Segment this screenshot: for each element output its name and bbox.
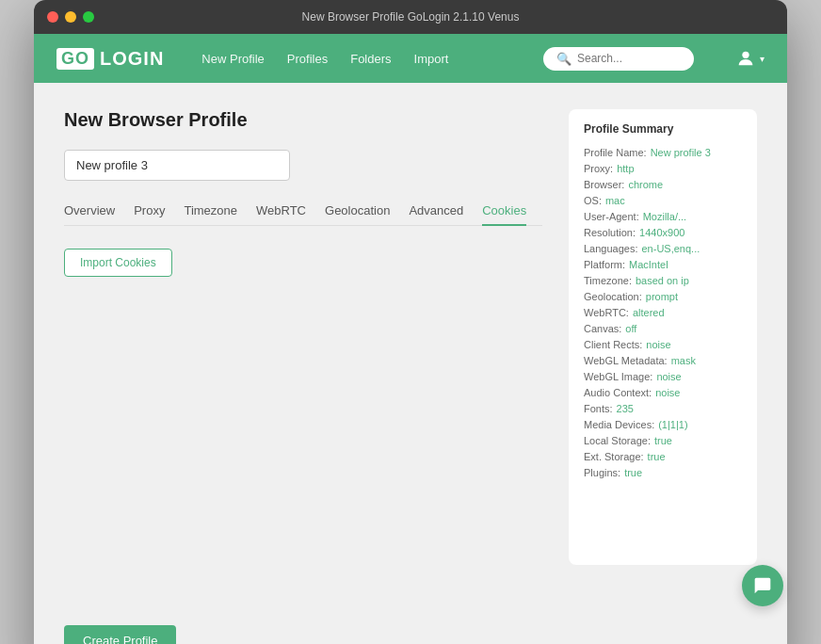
summary-label-ext-storage: Ext. Storage: [584,451,644,462]
summary-value-canvas: off [625,323,636,334]
svg-point-0 [742,52,749,58]
maximize-button[interactable] [83,11,94,23]
summary-row-local-storage: Local Storage: true [584,435,742,446]
summary-value-browser: chrome [628,179,663,190]
summary-title: Profile Summary [584,122,742,136]
tab-cookies[interactable]: Cookies [482,203,526,225]
minimize-button[interactable] [65,11,76,23]
user-icon [735,48,756,69]
content-area: New Browser Profile Overview Proxy Timez… [64,109,542,565]
create-profile-button[interactable]: Create Profile [64,625,176,644]
summary-value-ext-storage: true [648,451,666,462]
logo-go: GO [56,48,94,70]
summary-label-fonts: Fonts: [584,403,613,414]
search-input[interactable] [577,52,681,65]
nav-folders[interactable]: Folders [350,52,391,66]
summary-row-os: OS: mac [584,195,742,206]
summary-value-webgl-meta: mask [671,355,696,366]
summary-row-platform: Platform: MacIntel [584,259,742,270]
tab-overview[interactable]: Overview [64,203,115,225]
summary-value-languages: en-US,enq... [642,243,700,254]
summary-row-resolution: Resolution: 1440x900 [584,227,742,238]
nav-import[interactable]: Import [414,52,449,66]
profile-name-input[interactable] [64,150,290,181]
summary-value-audio: noise [655,387,680,398]
summary-value-geolocation: prompt [646,291,678,302]
summary-label-platform: Platform: [584,259,625,270]
summary-value-plugins: true [624,467,642,478]
tab-geolocation[interactable]: Geolocation [325,203,390,225]
search-bar[interactable]: 🔍 [543,47,694,71]
search-icon: 🔍 [556,52,571,66]
traffic-lights [47,11,94,23]
summary-value-os: mac [605,195,625,206]
summary-row-browser: Browser: chrome [584,179,742,190]
summary-label-client-rects: Client Rects: [584,339,642,350]
summary-value-name: New profile 3 [651,147,711,158]
summary-label-canvas: Canvas: [584,323,621,334]
summary-value-fonts: 235 [617,403,634,414]
page-title: New Browser Profile [64,109,542,131]
summary-row-webrtc: WebRTC: altered [584,307,742,318]
summary-row-proxy: Proxy: http [584,163,742,174]
profile-summary: Profile Summary Profile Name: New profil… [569,109,757,565]
summary-row-plugins: Plugins: true [584,467,742,478]
summary-label-ua: User-Agent: [584,211,639,222]
close-button[interactable] [47,11,58,23]
summary-row-ext-storage: Ext. Storage: true [584,451,742,462]
summary-label-browser: Browser: [584,179,624,190]
summary-label-name: Profile Name: [584,147,647,158]
summary-row-ua: User-Agent: Mozilla/... [584,211,742,222]
summary-value-timezone: based on ip [636,275,689,286]
summary-row-timezone: Timezone: based on ip [584,275,742,286]
summary-label-webgl-image: WebGL Image: [584,371,652,382]
summary-row-geolocation: Geolocation: prompt [584,291,742,302]
tab-proxy[interactable]: Proxy [134,203,165,225]
summary-value-ua: Mozilla/... [643,211,686,222]
summary-row-audio: Audio Context: noise [584,387,742,398]
summary-row-media: Media Devices: (1|1|1) [584,419,742,430]
summary-label-plugins: Plugins: [584,467,620,478]
title-bar: New Browser Profile GoLogin 2.1.10 Venus [34,0,787,34]
summary-label-media: Media Devices: [584,419,654,430]
tab-webrtc[interactable]: WebRTC [256,203,306,225]
summary-row-name: Profile Name: New profile 3 [584,147,742,158]
summary-value-local-storage: true [654,435,672,446]
summary-row-webgl-image: WebGL Image: noise [584,371,742,382]
nav-links: New Profile Profiles Folders Import [201,52,448,66]
app-header: GOLOGIN New Profile Profiles Folders Imp… [34,34,787,83]
app-content: New Browser Profile Overview Proxy Timez… [34,83,787,591]
summary-row-webgl-meta: WebGL Metadata: mask [584,355,742,366]
user-avatar[interactable]: ▾ [735,48,765,69]
summary-value-webrtc: altered [633,307,665,318]
summary-label-audio: Audio Context: [584,387,652,398]
summary-value-webgl-image: noise [656,371,681,382]
summary-label-webrtc: WebRTC: [584,307,629,318]
chat-icon [753,576,772,595]
import-cookies-button[interactable]: Import Cookies [64,249,172,277]
tab-advanced[interactable]: Advanced [409,203,463,225]
summary-label-timezone: Timezone: [584,275,632,286]
summary-label-geolocation: Geolocation: [584,291,642,302]
logo[interactable]: GOLOGIN [56,48,164,70]
chat-button[interactable] [742,565,783,606]
summary-value-client-rects: noise [646,339,670,350]
logo-login: LOGIN [100,48,164,70]
tabs: Overview Proxy Timezone WebRTC Geolocati… [64,203,542,226]
summary-label-resolution: Resolution: [584,227,636,238]
nav-profiles[interactable]: Profiles [287,52,328,66]
summary-label-local-storage: Local Storage: [584,435,651,446]
summary-value-proxy: http [617,163,634,174]
summary-value-platform: MacIntel [629,259,668,270]
summary-row-fonts: Fonts: 235 [584,403,742,414]
nav-new-profile[interactable]: New Profile [201,52,264,66]
summary-label-webgl-meta: WebGL Metadata: [584,355,668,366]
summary-row-languages: Languages: en-US,enq... [584,243,742,254]
summary-row-canvas: Canvas: off [584,323,742,334]
main-panel: New Browser Profile Overview Proxy Timez… [64,109,542,565]
summary-value-resolution: 1440x900 [639,227,684,238]
tab-timezone[interactable]: Timezone [184,203,237,225]
window-title: New Browser Profile GoLogin 2.1.10 Venus [302,10,520,24]
summary-row-client-rects: Client Rects: noise [584,339,742,350]
summary-label-languages: Languages: [584,243,638,254]
